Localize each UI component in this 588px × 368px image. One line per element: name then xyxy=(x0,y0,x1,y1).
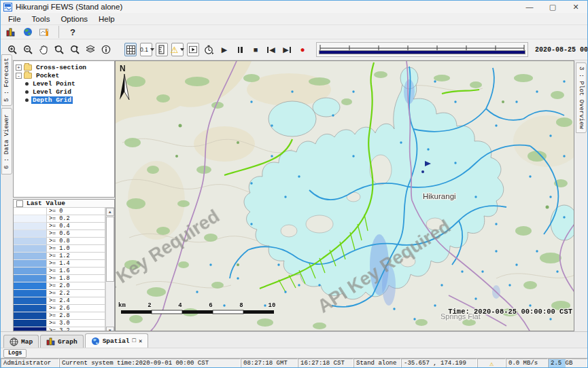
tree-item-pocket[interactable]: - Pocket xyxy=(15,71,114,79)
legend-row[interactable]: >= 1.6 xyxy=(14,268,105,275)
legend-row[interactable]: >= 2.6 xyxy=(14,305,105,312)
record-button[interactable]: ● xyxy=(296,43,309,56)
minimize-button[interactable]: — xyxy=(518,1,541,13)
tab-map[interactable]: Map xyxy=(3,335,39,348)
stop-button[interactable]: ■ xyxy=(249,43,262,56)
left-panel: + Cross-section - Pocket Level Point Lev… xyxy=(13,60,115,331)
layers-button[interactable] xyxy=(84,43,97,56)
menu-tools[interactable]: Tools xyxy=(27,14,55,24)
tab-spatial[interactable]: Spatial □ ✕ xyxy=(85,333,149,348)
status-local-time: 16:27:18 CST xyxy=(298,358,353,368)
legend-row[interactable]: >= 1.4 xyxy=(14,260,105,268)
legend-row-label: >= 0.4 xyxy=(46,223,105,230)
title-bar: Hikurangi FEWS (Stand alone) — ▢ ✕ xyxy=(1,1,587,13)
legend-row[interactable]: >= 0 xyxy=(14,208,105,215)
legend-row[interactable]: >= 0.2 xyxy=(14,215,105,223)
pause-button[interactable] xyxy=(234,43,246,56)
play-button[interactable]: ▶ xyxy=(218,43,230,56)
tree-item-level-grid[interactable]: Level Grid xyxy=(24,88,114,96)
timeline-slider[interactable] xyxy=(316,42,528,57)
globe-wireframe-icon xyxy=(10,337,18,346)
chevron-down-icon xyxy=(180,48,184,51)
logs-row: Logs xyxy=(1,348,587,358)
legend-row-label: >= 0 xyxy=(46,208,105,215)
legend-row[interactable]: >= 0.6 xyxy=(14,230,105,238)
legend-color-swatch xyxy=(14,223,46,230)
zoom-previous-button[interactable] xyxy=(53,43,65,56)
legend-row[interactable]: >= 2.0 xyxy=(14,282,105,290)
step-back-button[interactable]: ◀ xyxy=(265,43,277,56)
status-mode: Stand alone xyxy=(353,358,401,368)
info-button[interactable] xyxy=(100,43,112,56)
bottom-tab-bar: Map Graph Spatial □ ✕ xyxy=(1,331,587,348)
right-tab-strip: 3 : Plot Overview xyxy=(574,60,587,331)
scrollbar-track[interactable] xyxy=(106,216,114,327)
pan-button[interactable] xyxy=(37,43,50,56)
menu-options[interactable]: Options xyxy=(56,14,92,24)
map-display-button[interactable] xyxy=(22,25,34,39)
spatial-display-button[interactable] xyxy=(39,25,51,39)
grid-toggle-button[interactable] xyxy=(124,43,137,56)
status-system-time: Current system time:2020-09-01 00:00 CST xyxy=(59,358,241,368)
map-canvas[interactable]: API Key Required API Key Required Hikura… xyxy=(116,61,574,331)
legend-row[interactable]: >= 0.4 xyxy=(14,223,105,230)
legend-row-label: >= 1.2 xyxy=(46,253,105,260)
legend-row-label: >= 1.6 xyxy=(46,268,105,275)
close-tab-icon[interactable]: ✕ xyxy=(139,337,142,345)
map-view[interactable]: API Key Required API Key Required Hikura… xyxy=(115,60,574,331)
zoom-next-button[interactable] xyxy=(69,43,81,56)
chevron-down-icon xyxy=(150,48,154,51)
collapse-icon[interactable]: - xyxy=(16,73,22,79)
tab-plot-overview[interactable]: 3 : Plot Overview xyxy=(576,62,587,133)
legend-row[interactable]: >= 2.4 xyxy=(14,297,105,305)
scroll-down-icon[interactable]: ▼ xyxy=(106,327,114,331)
legend-row[interactable]: >= 0.8 xyxy=(14,238,105,245)
svg-text:2: 2 xyxy=(148,302,151,309)
menu-file[interactable]: File xyxy=(3,14,26,24)
legend-row-label: >= 1.0 xyxy=(46,245,105,253)
close-button[interactable]: ✕ xyxy=(564,1,587,13)
logs-button[interactable]: Logs xyxy=(3,349,27,358)
database-viewer-button[interactable] xyxy=(5,25,17,39)
legend-row[interactable]: >= 2.8 xyxy=(14,312,105,320)
legend-color-swatch xyxy=(14,208,46,215)
maximize-button[interactable]: ▢ xyxy=(541,1,564,13)
menu-help[interactable]: Help xyxy=(94,14,120,24)
tab-data-viewer[interactable]: 6 : Data Viewer xyxy=(1,108,12,174)
last-value-checkbox[interactable] xyxy=(16,200,23,207)
tree-item-level-point[interactable]: Level Point xyxy=(24,79,114,88)
float-tab-icon[interactable]: □ xyxy=(133,337,136,344)
threshold-value: 0.1 xyxy=(140,46,148,53)
legend-row[interactable]: >= 1.2 xyxy=(14,253,105,260)
legend-row-label: >= 2.4 xyxy=(46,297,105,305)
zoom-out-button[interactable] xyxy=(22,43,34,56)
legend-color-swatch xyxy=(14,297,46,305)
legend-row[interactable]: >= 3.2 xyxy=(14,327,105,331)
tree-item-depth-grid[interactable]: Depth Grid xyxy=(24,96,114,104)
tab-graph[interactable]: Graph xyxy=(40,335,84,348)
animation-panel-button[interactable] xyxy=(187,43,199,56)
tree-item-cross-section[interactable]: + Cross-section xyxy=(15,63,114,71)
legend-color-swatch xyxy=(14,238,46,245)
time-navigator-button[interactable] xyxy=(203,43,215,56)
node-bullet-icon xyxy=(25,98,29,102)
scroll-up-icon[interactable]: ▲ xyxy=(106,208,114,216)
legend-row-label: >= 2.6 xyxy=(46,305,105,312)
tab-forecast[interactable]: 5 : Forecast xyxy=(1,54,12,106)
scalebar-toggle-button[interactable] xyxy=(156,43,168,56)
help-button[interactable]: ? xyxy=(67,25,79,39)
scrollbar-thumb[interactable] xyxy=(106,217,114,282)
warning-dropdown[interactable]: ⚠ xyxy=(171,43,184,56)
legend-color-swatch xyxy=(14,312,46,320)
step-forward-button[interactable]: ▶ xyxy=(281,43,293,56)
status-coordinates: -35.657 , 174.199 xyxy=(401,358,477,368)
legend-row[interactable]: >= 1.8 xyxy=(14,275,105,282)
legend-scrollbar[interactable]: ▲ ▼ xyxy=(105,208,114,331)
legend-row[interactable]: >= 2.2 xyxy=(14,290,105,297)
expand-icon[interactable]: + xyxy=(16,65,22,71)
threshold-dropdown[interactable]: 0.1 xyxy=(140,43,152,56)
legend-row[interactable]: >= 3.0 xyxy=(14,320,105,327)
town-label-hikurangi: Hikurangi xyxy=(423,192,456,200)
legend-row[interactable]: >= 1.0 xyxy=(14,245,105,253)
legend-row-label: >= 2.0 xyxy=(46,282,105,290)
